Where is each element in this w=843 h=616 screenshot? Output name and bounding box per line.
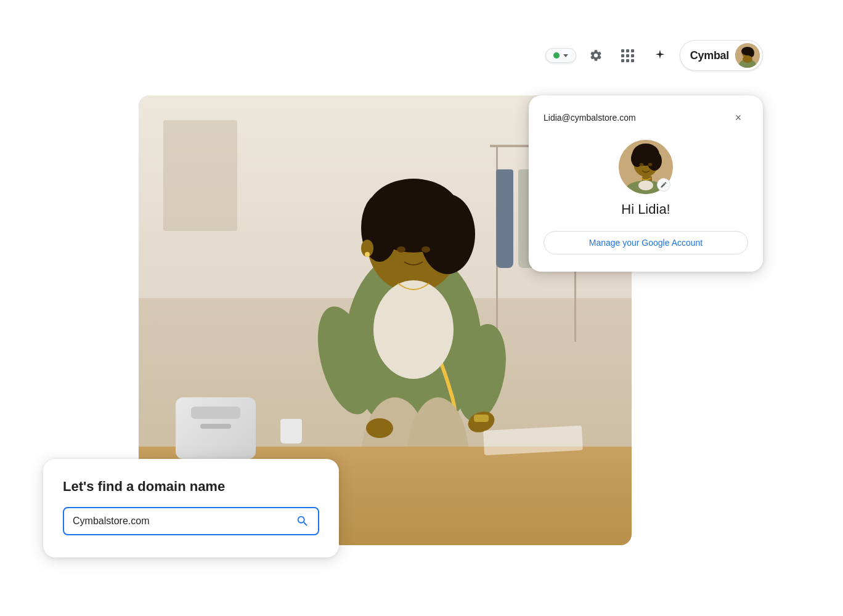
svg-point-29 <box>640 163 644 166</box>
popup-greeting: Hi Lidia! <box>621 201 670 217</box>
svg-rect-15 <box>474 415 489 422</box>
popup-header: Lidia@cymbalstore.com × <box>544 108 748 128</box>
domain-search-input[interactable] <box>73 516 290 527</box>
svg-point-13 <box>366 418 393 438</box>
svg-point-10 <box>373 280 454 379</box>
svg-point-8 <box>397 246 405 253</box>
account-popup: Lidia@cymbalstore.com × <box>529 95 763 272</box>
popup-avatar-section: Hi Lidia! <box>544 140 748 217</box>
settings-button[interactable] <box>584 43 608 68</box>
top-navigation: Cymbal <box>545 40 763 71</box>
status-dot <box>553 52 560 59</box>
brand-name: Cymbal <box>690 49 729 62</box>
sewing-machine <box>176 397 256 459</box>
spark-icon <box>653 49 667 62</box>
close-icon: × <box>735 111 742 124</box>
svg-point-30 <box>648 163 653 166</box>
brand-avatar-pill[interactable]: Cymbal <box>680 40 763 71</box>
svg-point-23 <box>743 55 752 63</box>
status-pill[interactable] <box>545 48 576 63</box>
mug <box>280 419 302 444</box>
user-avatar <box>735 43 760 68</box>
manage-account-label: Manage your Google Account <box>589 238 702 248</box>
chevron-down-icon <box>563 54 568 57</box>
svg-point-33 <box>638 180 653 190</box>
avatar-image <box>735 43 760 68</box>
apps-grid-icon <box>621 49 634 62</box>
shelf-unit <box>163 120 237 231</box>
search-icon <box>296 514 309 528</box>
edit-avatar-button[interactable] <box>657 178 670 192</box>
svg-point-27 <box>647 151 662 171</box>
svg-point-17 <box>365 252 370 257</box>
settings-icon <box>589 49 603 62</box>
ai-spark-button[interactable] <box>648 43 672 68</box>
popup-avatar-wrapper <box>619 140 673 194</box>
manage-account-button[interactable]: Manage your Google Account <box>544 231 748 254</box>
user-email: Lidia@cymbalstore.com <box>544 113 636 123</box>
domain-search-title: Let's find a domain name <box>63 479 319 495</box>
apps-grid-button[interactable] <box>616 43 640 68</box>
domain-search-wrapper <box>63 507 319 535</box>
desk-paper <box>483 426 583 455</box>
svg-point-6 <box>420 194 475 274</box>
domain-search-button[interactable] <box>296 514 309 528</box>
domain-search-card: Let's find a domain name <box>43 459 339 557</box>
edit-icon <box>660 181 667 188</box>
svg-point-9 <box>422 246 430 253</box>
close-popup-button[interactable]: × <box>728 108 748 128</box>
